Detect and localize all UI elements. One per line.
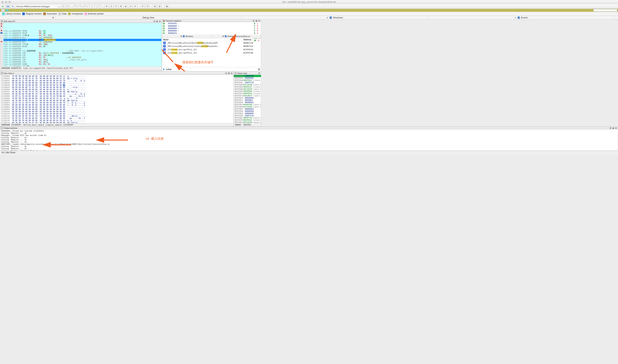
tool-btn-16[interactable]: ☰ xyxy=(141,5,145,8)
stack-row[interactable]: 9E6FE8C4A4520637libart. xyxy=(234,95,261,97)
minimize-icon[interactable]: ▢ xyxy=(253,20,255,22)
close-icon[interactable]: ⊗ xyxy=(514,17,516,19)
stack-row[interactable]: 9E6FE8E400000000 xyxy=(234,112,261,115)
stack-row[interactable]: 9E6FE8A400000000 xyxy=(234,77,261,79)
restore-icon[interactable]: ◪ xyxy=(255,20,258,22)
tool-btn-8[interactable]: ⤓ xyxy=(97,5,101,8)
tool-btn-4[interactable]: ↷ xyxy=(78,5,82,8)
tool-btn-20[interactable]: ▦ xyxy=(165,5,169,8)
close-icon[interactable]: ⊗ xyxy=(326,17,329,19)
output-body[interactable]: A58A4A04: thread has started (tid=5521) … xyxy=(0,129,618,151)
close-icon[interactable]: ✕ xyxy=(231,72,233,74)
stack-row[interactable]: 9E6FE8B0A4710C00[anon:l xyxy=(234,84,261,86)
tab-enums[interactable]: ⊗ Enums xyxy=(428,16,614,19)
breakpoint-icon[interactable] xyxy=(1,30,2,31)
close-icon[interactable]: ⊗ xyxy=(52,16,54,19)
clear-icon[interactable]: ✕ xyxy=(258,68,260,71)
scrollbar[interactable] xyxy=(0,70,162,71)
stack-row[interactable]: 9E6FE8B8A4710C00[anon:l xyxy=(234,88,261,90)
module-row[interactable]: D_ZN7cocos2d8LuaStack22cleanupXXTEAKeyAn… xyxy=(162,45,261,48)
register-row[interactable]: R4000002D4↘ xyxy=(163,32,179,34)
tool-btn-1[interactable]: ⎙ xyxy=(61,5,65,8)
register-row[interactable]: R100000000↘ xyxy=(163,25,179,27)
legend-label: Instruction xyxy=(47,13,57,15)
stack-row[interactable]: 9E6FE8B49E6FE92C[stack: xyxy=(234,86,261,88)
stack-row[interactable]: 9E6FE8A89E6FE92C[stack: xyxy=(234,79,261,81)
flag-row[interactable]: N1 xyxy=(254,23,260,25)
module-row[interactable]: D_Z13xxtea_encryptPhjS_jPj8C6F061A xyxy=(162,48,261,51)
register-row[interactable]: R300000008↘ xyxy=(163,30,179,32)
stack-row[interactable]: 9E6FE8DC00000043 xyxy=(234,108,261,110)
tool-btn-14[interactable]: ◎ xyxy=(129,5,132,8)
restore-icon[interactable]: ◪ xyxy=(156,20,158,23)
stack-row[interactable]: 9E6FE8E8430F7C1A xyxy=(234,115,261,117)
tool-btn-12[interactable]: ⊠ xyxy=(119,5,123,8)
close-icon[interactable]: ✕ xyxy=(159,20,161,23)
close-icon[interactable]: ✕ xyxy=(258,20,260,22)
close-icon[interactable]: ✕ xyxy=(258,72,260,74)
close-icon[interactable]: ⊗ xyxy=(222,35,224,37)
tool-btn-15[interactable]: ⊛ xyxy=(133,5,137,8)
col-address[interactable]: Address xyxy=(243,39,260,41)
debugger-select[interactable]: Remote ARMLinux/Android debugger ⌃⌄ xyxy=(15,5,58,8)
tool-btn-19[interactable]: ▤ xyxy=(157,5,161,8)
breakpoint-icon[interactable] xyxy=(1,23,2,25)
tool-btn-13[interactable]: ◉ xyxy=(124,5,128,8)
stack-row[interactable]: 9E6FE8A0000002D4 xyxy=(234,75,261,77)
stack-row[interactable]: 9E6FE8E00000005B xyxy=(234,110,261,112)
hex-body[interactable]: 12C00000 70 BF 00 00 00 00 00 00 00 00 0… xyxy=(0,75,233,123)
register-row[interactable]: R200000000↘ xyxy=(163,27,179,30)
flag-row[interactable]: V0 xyxy=(254,30,260,32)
register-row[interactable]: R0FFFFFFFF↘ xyxy=(163,23,179,25)
restore-icon[interactable]: ◪ xyxy=(612,127,614,129)
minimize-icon[interactable]: ▢ xyxy=(153,20,155,23)
module-row[interactable]: D_ZN7cocos2d8LuaStack18setXXTEAKeyAndSig… xyxy=(162,41,261,45)
registers-icon: 🐞 xyxy=(163,20,165,22)
nav-right-select[interactable] xyxy=(593,9,617,12)
module-list-header: Name Address xyxy=(162,38,261,41)
stack-row[interactable]: 9E6FE8F4A4710C00[anon:l xyxy=(234,121,261,123)
tool-btn-5[interactable]: ⟳ xyxy=(83,5,87,8)
stack-row[interactable]: 9E6FE8EC9BF0F5C0[anon:l xyxy=(234,117,261,119)
stack-row[interactable]: 9E6FE8C800000000 xyxy=(234,97,261,99)
tool-btn-9[interactable]: ⊞ xyxy=(104,5,108,8)
close-icon[interactable]: ⊗ xyxy=(180,35,182,37)
module-row[interactable]: D_Z13xxtea_decryptPhjS_jPj8C6F0768 xyxy=(162,51,261,54)
tab-structures[interactable]: ⊗ Structures xyxy=(242,16,428,19)
breakpoint-icon[interactable] xyxy=(1,26,2,27)
legend-item: External symbol xyxy=(84,13,103,15)
tool-btn-2[interactable]: ⎘ xyxy=(66,5,70,8)
pause-button[interactable]: ❚❚ xyxy=(6,5,10,8)
nav-dropdown[interactable]: ▾ xyxy=(1,9,5,12)
run-button[interactable]: ▶ xyxy=(1,5,5,8)
flag-row[interactable]: C0 xyxy=(254,27,260,30)
tool-btn-3[interactable]: ↶ xyxy=(73,5,77,8)
tool-btn-11[interactable]: ⊡ xyxy=(114,5,118,8)
stack-row[interactable]: 9E6FE8CC9BFE8E4 xyxy=(234,99,261,101)
tool-btn-17[interactable]: ⚙ xyxy=(145,5,149,8)
tool-btn-7[interactable]: ⤵ xyxy=(92,5,96,8)
minimize-icon[interactable]: ▢ xyxy=(225,72,227,74)
stack-row[interactable]: 9E6FE8C09E6FE9C0[stack: xyxy=(234,92,261,95)
minimize-icon[interactable]: ▢ xyxy=(609,127,612,129)
tab-debug-view[interactable]: Debug View xyxy=(55,16,242,19)
tool-btn-10[interactable]: ⊟ xyxy=(109,5,113,8)
disassembly-view[interactable]: libc.so:A58AFE6E MOVS R2, #0libc.so:A58A… xyxy=(0,23,162,66)
stack-row[interactable]: 9E6FE8BC9E6FE8E4[stack: xyxy=(234,90,261,92)
stack-body[interactable]: 9E6FE8A0000002D49E6FE8A4000000009E6FE8A8… xyxy=(234,75,261,123)
stop-button[interactable]: ■ xyxy=(11,5,15,8)
close-icon[interactable]: ✕ xyxy=(615,127,617,129)
flag-row[interactable]: Z0 xyxy=(254,25,260,27)
stack-row[interactable]: 9E6FE8D8A4710C00[anon:l xyxy=(234,106,261,108)
flag-row[interactable]: Q0 xyxy=(254,32,260,34)
pane-title: Hex View-1 xyxy=(4,72,14,74)
stack-row[interactable]: 9E6FE8F09E6FE92C[stack: xyxy=(234,119,261,121)
pane-title: Output window xyxy=(4,127,17,129)
stack-row[interactable]: 9E6FE8AC430F7C1A xyxy=(234,81,261,84)
stack-row[interactable]: 9E6FE8D4A469D3E0[anon:l xyxy=(234,104,261,106)
restore-icon[interactable]: ◪ xyxy=(228,72,230,74)
tool-btn-6[interactable]: ⤴ xyxy=(88,5,92,8)
tool-btn-18[interactable]: ▥ xyxy=(153,5,157,8)
tab-modules[interactable]: ⊗ Modules xyxy=(162,34,211,38)
stack-row[interactable]: 9E6FE8D000000001 xyxy=(234,101,261,104)
